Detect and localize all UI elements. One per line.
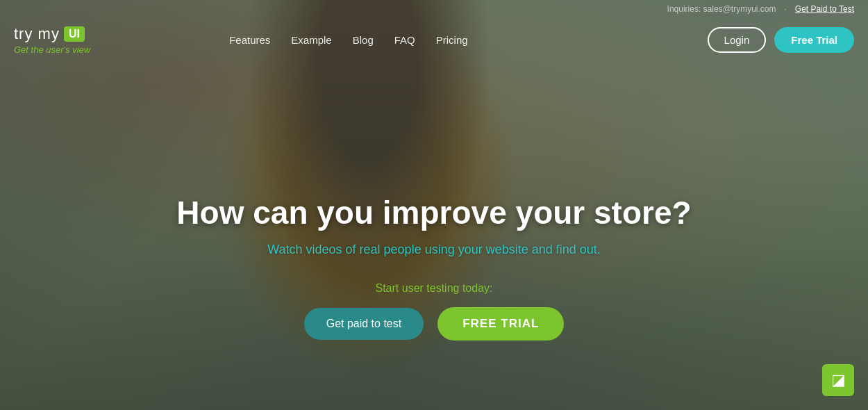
- free-trial-nav-button[interactable]: Free Trial: [774, 27, 854, 53]
- logo-tagline: Get the user's view: [14, 44, 90, 55]
- chat-widget[interactable]: ◪: [822, 364, 854, 396]
- free-trial-hero-button[interactable]: FREE TRIAL: [437, 307, 564, 341]
- nav-actions: Login Free Trial: [708, 27, 854, 53]
- nav-links: Features Example Blog FAQ Pricing: [229, 34, 467, 46]
- subheadline-pre: Watch: [267, 243, 306, 256]
- inquiries-text: Inquiries: sales@trymyui.com: [667, 4, 776, 14]
- hero-content: How can you improve your store? Watch vi…: [0, 194, 868, 341]
- divider: ·: [784, 4, 786, 14]
- logo-badge: UI: [64, 26, 85, 42]
- hero-subheadline: Watch videos of real people using your w…: [0, 243, 868, 257]
- logo-text: try my UI: [14, 25, 90, 43]
- cta-label: Start user testing today:: [0, 282, 868, 295]
- get-paid-button[interactable]: Get paid to test: [304, 308, 424, 340]
- nav-blog[interactable]: Blog: [353, 34, 374, 46]
- logo-trymyui: try my: [14, 25, 60, 43]
- nav-example[interactable]: Example: [291, 34, 331, 46]
- nav-pricing[interactable]: Pricing: [436, 34, 468, 46]
- nav-features[interactable]: Features: [229, 34, 270, 46]
- logo: try my UI Get the user's view: [14, 25, 90, 55]
- hero-section: Inquiries: sales@trymyui.com · Get Paid …: [0, 0, 868, 410]
- hero-headline: How can you improve your store?: [0, 194, 868, 231]
- top-info-bar: Inquiries: sales@trymyui.com · Get Paid …: [0, 0, 868, 18]
- top-bar: Inquiries: sales@trymyui.com · Get Paid …: [0, 0, 868, 62]
- hero-buttons: Get paid to test FREE TRIAL: [0, 307, 868, 341]
- nav-faq[interactable]: FAQ: [394, 34, 415, 46]
- chat-icon: ◪: [831, 371, 846, 389]
- login-button[interactable]: Login: [708, 27, 767, 53]
- main-nav: try my UI Get the user's view Features E…: [0, 18, 868, 62]
- subheadline-highlight: videos: [306, 243, 342, 256]
- get-paid-link[interactable]: Get Paid to Test: [795, 4, 854, 14]
- subheadline-post: of real people using your website and fi…: [342, 243, 601, 256]
